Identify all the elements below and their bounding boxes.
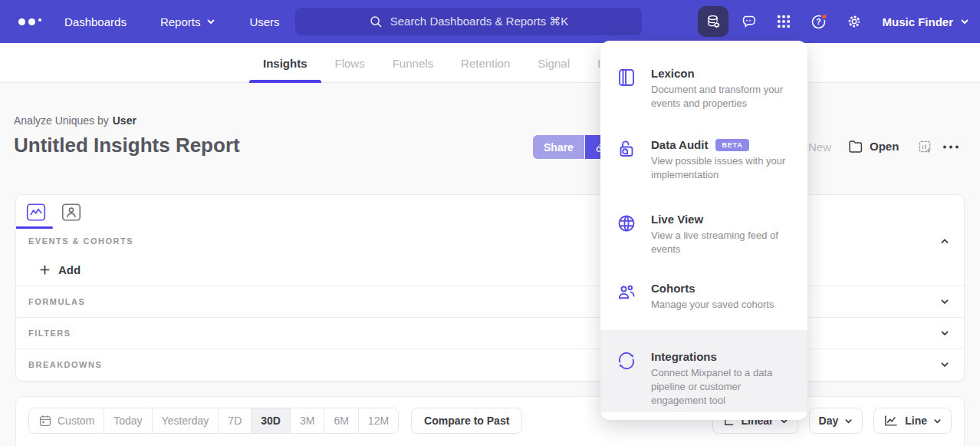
nav-reports[interactable]: Reports <box>160 15 216 28</box>
menu-item-title: Data Audit <box>651 138 708 151</box>
open-report-button[interactable]: Open <box>847 138 899 154</box>
add-label: Add <box>58 263 81 276</box>
share-button[interactable]: Share <box>533 135 584 159</box>
chevron-down-icon[interactable] <box>939 328 950 339</box>
date-range-30d[interactable]: 30D <box>252 408 291 433</box>
tab-funnels[interactable]: Funnels <box>379 43 447 83</box>
new-report-button[interactable]: New <box>808 140 831 154</box>
topbar-actions: ? Music Finder <box>698 0 969 43</box>
chevron-down-icon[interactable] <box>939 296 950 307</box>
project-switcher[interactable]: Music Finder <box>882 15 969 28</box>
date-option-label: Custom <box>58 415 94 427</box>
nav-reports-label: Reports <box>160 15 201 28</box>
data-management-menu: Lexicon Document and transform your even… <box>600 41 807 420</box>
menu-item-desc: View a live streaming feed of events <box>651 229 788 256</box>
primary-nav: Dashboards Reports Users <box>64 15 280 28</box>
overflow-menu-button[interactable] <box>942 141 960 153</box>
menu-item-title: Live View <box>651 213 703 226</box>
help-button[interactable]: ? <box>804 6 834 37</box>
nav-dashboards[interactable]: Dashboards <box>64 15 127 28</box>
date-range-today[interactable]: Today <box>104 408 152 433</box>
profiles-view-tab[interactable] <box>59 201 84 223</box>
menu-item-desc: Manage your saved cohorts <box>651 298 774 312</box>
tab-flows[interactable]: Flows <box>321 43 379 83</box>
section-events-cohorts[interactable]: EVENTS & COHORTS <box>16 229 964 253</box>
search-icon <box>369 15 383 28</box>
section-formulas[interactable]: FORMULAS <box>16 286 964 317</box>
interval-select[interactable]: Day <box>809 408 863 434</box>
notification-dot <box>822 14 827 19</box>
mixpanel-logo-icon[interactable] <box>18 18 41 25</box>
cohorts-people-icon <box>616 282 637 306</box>
menu-item-integrations[interactable]: Integrations Connect Mixpanel to a data … <box>600 330 807 412</box>
data-management-button[interactable] <box>698 6 728 37</box>
global-search-input[interactable]: Search Dashboards & Reports ⌘K <box>295 8 642 35</box>
chevron-down-icon <box>844 417 853 425</box>
menu-item-title: Integrations <box>651 350 717 363</box>
section-filters[interactable]: FILTERS <box>16 317 964 349</box>
chevron-up-icon[interactable] <box>939 236 950 246</box>
feedback-button[interactable] <box>733 6 764 37</box>
section-label: FILTERS <box>28 329 71 338</box>
interval-label: Day <box>819 415 839 427</box>
metrics-view-tab[interactable] <box>24 201 48 223</box>
mixpanel-insights-screen: Dashboards Reports Users Search Dashboar… <box>0 0 980 446</box>
menu-item-live-view[interactable]: Live View View a live streaming feed of … <box>600 205 807 274</box>
date-range-yesterday[interactable]: Yesterday <box>153 408 219 433</box>
gear-icon <box>846 13 863 30</box>
chevron-down-icon <box>960 17 969 26</box>
open-label: Open <box>870 140 899 153</box>
section-label: FORMULAS <box>28 297 85 306</box>
menu-item-cohorts[interactable]: Cohorts Manage your saved cohorts <box>600 274 807 330</box>
compare-to-past-button[interactable]: Compare to Past <box>411 408 522 434</box>
project-name: Music Finder <box>882 15 953 28</box>
add-to-dashboard-button[interactable] <box>917 139 932 157</box>
search-placeholder: Search Dashboards & Reports ⌘K <box>390 15 569 28</box>
breadcrumb-entity[interactable]: User <box>113 114 136 127</box>
add-event-button[interactable]: Add <box>16 253 964 286</box>
date-range-3m[interactable]: 3M <box>291 408 324 433</box>
svg-text:?: ? <box>817 17 821 26</box>
breadcrumb: Analyze Uniques byUser <box>14 114 136 127</box>
chart-controls-card: Custom Today Yesterday 7D 30D 3M 6M 12M … <box>15 396 965 446</box>
section-label: EVENTS & COHORTS <box>28 236 133 246</box>
three-dots-icon <box>942 144 960 150</box>
audit-lock-icon <box>616 138 637 163</box>
apps-grid-button[interactable] <box>768 6 799 37</box>
chat-smiley-icon <box>740 13 757 30</box>
tab-signal[interactable]: Signal <box>524 43 584 83</box>
top-navigation-bar: Dashboards Reports Users Search Dashboar… <box>0 0 980 43</box>
book-icon <box>616 67 637 91</box>
section-label: BREAKDOWNS <box>28 360 102 369</box>
chevron-down-icon <box>933 417 942 425</box>
date-range-custom[interactable]: Custom <box>29 408 104 433</box>
tab-insights[interactable]: Insights <box>249 43 321 83</box>
settings-button[interactable] <box>839 6 870 37</box>
board-add-icon <box>917 139 932 154</box>
section-breakdowns[interactable]: BREAKDOWNS <box>16 349 964 380</box>
globe-icon <box>616 213 637 237</box>
menu-item-desc: View possible issues with your implement… <box>651 154 788 182</box>
menu-item-data-audit[interactable]: Data Audit BETA View possible issues wit… <box>600 130 807 205</box>
sync-arrows-icon <box>616 350 637 375</box>
plus-icon <box>39 264 51 276</box>
query-builder-card: EVENTS & COHORTS Add FORMULAS FILTERS BR… <box>15 194 965 382</box>
breadcrumb-prefix: Analyze Uniques by <box>14 114 109 127</box>
date-range-6m[interactable]: 6M <box>324 408 358 433</box>
menu-item-title: Cohorts <box>651 282 696 295</box>
active-tab-underline <box>16 226 53 229</box>
chart-type-select[interactable]: Line <box>873 408 952 434</box>
chevron-down-icon[interactable] <box>939 359 950 370</box>
menu-item-desc: Connect Mixpanel to a data pipeline or c… <box>651 366 788 408</box>
date-range-7d[interactable]: 7D <box>219 408 252 433</box>
menu-item-lexicon[interactable]: Lexicon Document and transform your even… <box>600 59 807 130</box>
apps-grid-icon <box>776 14 791 29</box>
tab-retention[interactable]: Retention <box>447 43 524 83</box>
date-range-12m[interactable]: 12M <box>359 408 398 433</box>
menu-item-desc: Document and transform your events and p… <box>651 83 788 111</box>
date-range-control: Custom Today Yesterday 7D 30D 3M 6M 12M <box>28 408 399 434</box>
line-chart-icon <box>883 414 899 428</box>
page-title[interactable]: Untitled Insights Report <box>14 134 240 157</box>
help-question-icon: ? <box>810 12 828 31</box>
nav-users[interactable]: Users <box>249 15 279 28</box>
